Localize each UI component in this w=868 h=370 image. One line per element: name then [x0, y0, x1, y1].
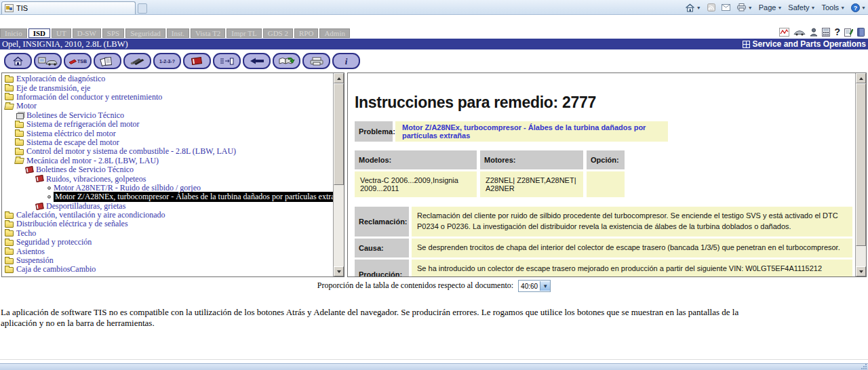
tab-dsw[interactable]: D-SW: [73, 28, 101, 38]
claim-text: Reclamación del cliente por ruido de sil…: [412, 207, 852, 237]
tree-item[interactable]: Desportilladuras, grietas: [3, 201, 333, 210]
tree-item[interactable]: Motor A28NET/R - Ruido de silbido / gorj…: [3, 184, 333, 192]
page-menu[interactable]: Page ▼: [759, 3, 783, 12]
new-tab-button[interactable]: [138, 3, 147, 14]
scroll-up-button[interactable]: [856, 73, 866, 83]
svg-text:?: ?: [854, 4, 858, 11]
tree-item[interactable]: Eje de transmisión, eje: [3, 83, 333, 92]
folder-icon: [5, 249, 14, 255]
vehicle-selection-button[interactable]: [34, 53, 62, 69]
tree-item[interactable]: Seguridad y protección: [3, 238, 333, 247]
proportion-value: 40:60: [519, 283, 540, 290]
vehicle-header-bar: Opel, INSIGNIA, 2010, 2.8L (LBW) Service…: [0, 39, 868, 49]
tree-item[interactable]: Sistema de refrigeración del motor: [3, 120, 333, 129]
tsb-button[interactable]: TSB: [64, 53, 92, 69]
mail-button[interactable]: [722, 4, 730, 11]
diagnostics-chart-icon[interactable]: [779, 28, 789, 37]
info-label: i: [345, 57, 348, 66]
tree-item[interactable]: Sistema eléctrico del motor: [3, 129, 333, 138]
tree-item[interactable]: Boletines de Servicio Técnico: [3, 111, 333, 120]
favicon: [5, 4, 14, 12]
tree-item[interactable]: Mecánica del motor - 2.8L (LBW, LAU): [3, 157, 333, 165]
calculator-icon[interactable]: [822, 28, 830, 37]
tree-item[interactable]: Motor: [3, 102, 333, 110]
notepad-icon[interactable]: [844, 28, 853, 37]
tree-item[interactable]: Exploración de diagnóstico: [3, 75, 333, 83]
print-button[interactable]: ▼: [736, 3, 753, 12]
tree-item[interactable]: Calefacción, ventilación y aire acondici…: [3, 211, 333, 220]
scroll-up-button[interactable]: [334, 73, 344, 83]
scrollbar-thumb[interactable]: [334, 83, 344, 185]
feedback-button[interactable]: [273, 53, 300, 69]
claim-label: Reclamación:: [355, 207, 409, 237]
tools-menu[interactable]: Tools ▼: [821, 3, 845, 12]
tree-item[interactable]: Control del motor y sistema de combustib…: [3, 147, 333, 156]
folder-icon: [5, 240, 14, 246]
tree-item-selected[interactable]: Motor Z/A28NEx, turbocompresor - Álabes …: [3, 192, 333, 201]
tab-inst[interactable]: Inst.: [167, 28, 189, 38]
export-list-button[interactable]: [213, 53, 241, 69]
arrow-up-icon: [859, 77, 863, 80]
resize-grip[interactable]: [860, 364, 867, 369]
vehicle-icon[interactable]: [793, 28, 806, 36]
tab-rpo[interactable]: RPO: [294, 28, 318, 38]
tree-item[interactable]: Distribución eléctrica y de señales: [3, 220, 333, 228]
back-button[interactable]: [243, 53, 271, 69]
papers-icon: [16, 113, 24, 119]
tab-impr-tl[interactable]: Impr TL: [226, 28, 261, 38]
proportion-select[interactable]: 40:60 ▼: [518, 280, 551, 292]
print-button[interactable]: [302, 53, 330, 69]
production-label: Producción:: [355, 260, 409, 277]
table-row: Producción: Se ha introducido un colecto…: [355, 260, 852, 277]
tree-item[interactable]: Sistema de escape del motor: [3, 138, 333, 147]
folder-icon: [5, 85, 14, 91]
safety-menu[interactable]: Safety ▼: [788, 3, 815, 12]
folder-icon: [5, 213, 14, 219]
tab-seguridad[interactable]: Seguridad: [125, 28, 165, 38]
exit-book-icon[interactable]: [857, 28, 865, 37]
folder-icon: [5, 94, 14, 100]
tree-item[interactable]: Suspensión: [3, 256, 333, 265]
scrollbar-vertical[interactable]: [333, 73, 344, 276]
feed-button[interactable]: [707, 3, 715, 12]
tree-item[interactable]: Ruidos, vibraciones, golpeteos: [3, 174, 333, 183]
user-icon[interactable]: [810, 28, 818, 37]
scroll-down-button[interactable]: [856, 266, 866, 276]
tab-inicio[interactable]: Inicio: [0, 28, 27, 38]
app-icon-row: ?: [779, 26, 865, 37]
tab-sps[interactable]: SPS: [102, 28, 124, 38]
production-text: Se ha introducido un colector de escape …: [412, 260, 852, 277]
tree-item[interactable]: Asientos: [3, 247, 333, 255]
tree-item[interactable]: Información del conductor y entretenimie…: [3, 93, 333, 102]
documents-button[interactable]: [94, 53, 121, 69]
tree-item[interactable]: Boletines de Servicio Técnico: [3, 165, 333, 174]
info-button[interactable]: i: [332, 53, 360, 69]
home-button[interactable]: ▼: [685, 3, 701, 12]
chevron-down-icon[interactable]: ▼: [540, 281, 550, 291]
scrollbar-vertical[interactable]: [855, 73, 866, 276]
tree-item[interactable]: Techo: [3, 229, 333, 238]
back-arrow-icon: [248, 57, 266, 65]
tab-vista-t2[interactable]: Vista T2: [191, 28, 225, 38]
manual-button[interactable]: [183, 53, 211, 69]
tree-item-label[interactable]: Caja de cambiosCambio: [16, 264, 96, 274]
help-icon[interactable]: ?: [834, 28, 840, 37]
tab-isd[interactable]: ISD: [28, 28, 50, 38]
scrollbar-thumb[interactable]: [856, 83, 866, 246]
tab-gds2[interactable]: GDS 2: [263, 28, 293, 38]
tab-ut[interactable]: UT: [52, 28, 71, 38]
home-button[interactable]: [4, 53, 32, 69]
printer-icon: [309, 57, 325, 66]
help-menu[interactable]: ? ▼: [851, 3, 866, 12]
option-header: Opción:: [587, 150, 625, 169]
tree-item[interactable]: Caja de cambiosCambio: [3, 265, 333, 274]
scroll-down-button[interactable]: [334, 266, 344, 276]
cause-text: Se desprenden trocitos de chapa del inte…: [412, 239, 852, 258]
documents-icon: [100, 56, 115, 66]
sequence-button[interactable]: 1-2-3-?: [153, 53, 181, 69]
browser-tab[interactable]: TIS: [1, 1, 136, 14]
tab-admin[interactable]: Admin: [319, 28, 350, 38]
folder-icon: [5, 222, 14, 228]
tools-button[interactable]: [123, 53, 151, 69]
tree-item-label[interactable]: Información del conductor y entretenimie…: [16, 92, 162, 102]
